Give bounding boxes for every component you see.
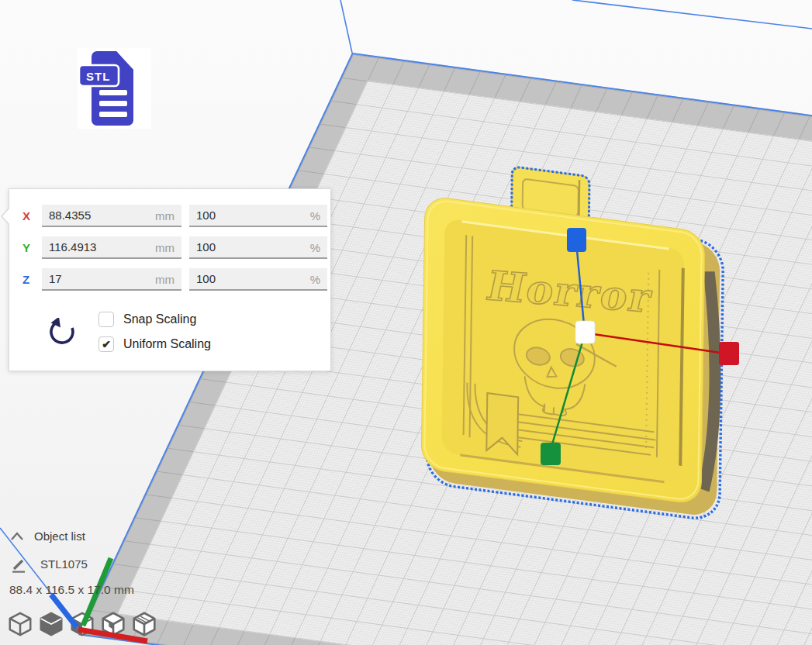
uniform-scaling-label: Uniform Scaling xyxy=(123,337,211,351)
view-left-button[interactable] xyxy=(99,609,127,639)
selection-dimensions: 88.4 x 116.5 x 17.0 mm xyxy=(9,583,134,597)
scale-row-y: Y mm % xyxy=(22,236,327,259)
cube-right-icon xyxy=(130,609,158,639)
uniform-scaling-row: ✔ Uniform Scaling xyxy=(98,336,211,352)
stl-file-icon: STL xyxy=(78,48,151,129)
scale-x-percent-input[interactable] xyxy=(189,205,327,227)
object-list-label[interactable]: Object list xyxy=(34,529,85,543)
scale-handle-x[interactable] xyxy=(719,342,739,365)
cube-left-icon xyxy=(99,609,127,639)
view-right-button[interactable] xyxy=(130,609,158,639)
uniform-scaling-checkbox[interactable]: ✔ xyxy=(98,336,114,352)
snap-scaling-row: Snap Scaling xyxy=(98,312,196,327)
scale-handle-y[interactable] xyxy=(541,443,561,465)
snap-scaling-checkbox[interactable] xyxy=(98,312,114,327)
model-type-icon xyxy=(10,557,27,574)
stl-file-thumbnail: STL xyxy=(78,48,151,129)
scale-y-percent-input[interactable] xyxy=(189,236,327,259)
cube-3d-icon xyxy=(6,609,34,639)
viewport[interactable]: Horror Object list STL1075 88.4 x 116.5 … xyxy=(0,0,812,645)
axis-y-label: Y xyxy=(22,241,34,254)
stl-badge-text: STL xyxy=(86,70,110,83)
uniform-check-glyph: ✔ xyxy=(102,338,111,350)
object-list-toggle-chevron-icon[interactable] xyxy=(9,531,26,542)
scale-tool-panel: X mm % Y mm % Z mm xyxy=(9,188,331,371)
cube-front-icon xyxy=(37,609,65,639)
scale-y-mm-input[interactable] xyxy=(42,236,181,259)
view-3d-button[interactable] xyxy=(6,609,34,639)
scale-x-mm-input[interactable] xyxy=(42,205,181,227)
cube-top-icon xyxy=(68,609,96,639)
axis-z-label: Z xyxy=(22,273,34,286)
view-front-button[interactable] xyxy=(37,609,65,639)
reset-rotate-icon xyxy=(48,318,76,346)
scale-row-x: X mm % xyxy=(22,204,327,227)
scale-handle-z[interactable] xyxy=(567,228,586,252)
object-list-item[interactable]: STL1075 xyxy=(40,557,88,571)
scale-z-percent-input[interactable] xyxy=(189,268,327,291)
axis-x-label: X xyxy=(22,209,34,222)
scale-handle-center[interactable] xyxy=(575,321,595,343)
view-top-button[interactable] xyxy=(68,609,96,639)
scale-row-z: Z mm % xyxy=(22,267,327,291)
view-preset-toolbar xyxy=(6,609,158,639)
snap-scaling-label: Snap Scaling xyxy=(123,312,196,326)
reset-scale-button[interactable] xyxy=(48,318,76,346)
scale-z-mm-input[interactable] xyxy=(42,268,181,291)
